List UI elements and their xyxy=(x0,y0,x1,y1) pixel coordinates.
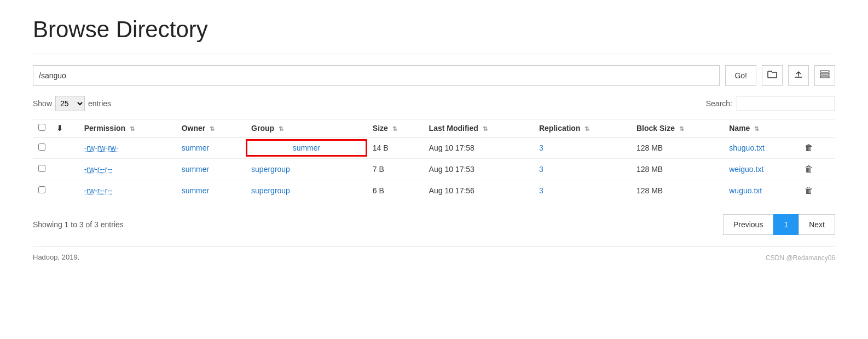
svg-rect-1 xyxy=(820,73,829,75)
row3-replication-link[interactable]: 3 xyxy=(539,186,543,195)
col-block-size[interactable]: Block Size ⇅ xyxy=(631,119,724,137)
show-label: Show xyxy=(33,99,52,108)
search-input[interactable] xyxy=(737,96,835,111)
page-1-button[interactable]: 1 xyxy=(773,214,798,235)
sort-replication-icon: ⇅ xyxy=(585,125,589,133)
row2-checkbox xyxy=(33,159,51,180)
row3-name-link[interactable]: wuguo.txt xyxy=(729,186,762,195)
row1-group: summer xyxy=(246,137,367,159)
title-divider xyxy=(33,54,835,54)
go-button[interactable]: Go! xyxy=(725,65,756,86)
row2-permission: -rw-r--r-- xyxy=(79,159,176,180)
row3-permission-link[interactable]: -rw-r--r-- xyxy=(84,186,113,195)
row3-name: wuguo.txt xyxy=(724,180,797,202)
next-button[interactable]: Next xyxy=(798,214,835,235)
entries-label: entries xyxy=(88,99,111,108)
row1-replication: 3 xyxy=(534,137,631,159)
page-title: Browse Directory xyxy=(33,16,835,43)
search-label: Search: xyxy=(706,99,732,108)
row2-replication: 3 xyxy=(534,159,631,180)
row1-delete-button[interactable]: 🗑 xyxy=(802,142,815,154)
sort-down-icon: ⬇ xyxy=(56,124,63,133)
showing-text: Showing 1 to 3 of 3 entries xyxy=(33,220,124,229)
watermark-text: CSDN @Redamancy06 xyxy=(766,254,835,262)
col-replication[interactable]: Replication ⇅ xyxy=(534,119,631,137)
row1-group-link[interactable]: summer xyxy=(293,143,321,152)
row2-name: weiguo.txt xyxy=(724,159,797,180)
list-icon xyxy=(820,70,830,81)
row1-delete: 🗑 xyxy=(797,137,835,159)
row3-size: 6 B xyxy=(367,180,424,202)
row2-delete-button[interactable]: 🗑 xyxy=(802,163,815,175)
row2-size: 7 B xyxy=(367,159,424,180)
row1-last-modified: Aug 10 17:58 xyxy=(424,137,534,159)
row3-owner: summer xyxy=(176,180,246,202)
row3-last-modified: Aug 10 17:56 xyxy=(424,180,534,202)
row1-check[interactable] xyxy=(38,143,45,151)
col-sort: ⬇ xyxy=(51,119,79,137)
row3-replication: 3 xyxy=(534,180,631,202)
table-row: -rw-r--r-- summer supergroup 6 B Aug 10 … xyxy=(33,180,835,202)
select-all-checkbox[interactable] xyxy=(38,124,45,131)
previous-button[interactable]: Previous xyxy=(723,214,773,235)
sort-group-icon: ⇅ xyxy=(279,125,283,133)
sort-name-icon: ⇅ xyxy=(754,125,759,133)
svg-rect-0 xyxy=(820,71,829,72)
row1-checkbox xyxy=(33,137,51,159)
sort-owner-icon: ⇅ xyxy=(210,125,215,133)
col-owner[interactable]: Owner ⇅ xyxy=(176,119,246,137)
row2-owner-link[interactable]: summer xyxy=(182,165,210,174)
row2-block-size: 128 MB xyxy=(631,159,724,180)
row2-name-link[interactable]: weiguo.txt xyxy=(729,165,763,174)
row1-permission-link[interactable]: -rw-rw-rw- xyxy=(84,143,119,152)
row1-owner: summer xyxy=(176,137,246,159)
footer-text: Hadoop, 2019. xyxy=(33,253,79,261)
controls-bar: Show 10 25 50 100 entries Search: xyxy=(33,96,835,111)
table-header-row: ⬇ Permission ⇅ Owner ⇅ Group ⇅ xyxy=(33,119,835,137)
row2-permission-link[interactable]: -rw-r--r-- xyxy=(84,165,113,174)
col-last-modified[interactable]: Last Modified ⇅ xyxy=(424,119,534,137)
row3-sort xyxy=(51,180,79,202)
sort-lastmod-icon: ⇅ xyxy=(483,125,488,133)
row3-permission: -rw-r--r-- xyxy=(79,180,176,202)
sort-blocksize-icon: ⇅ xyxy=(679,125,684,133)
row3-group-link[interactable]: supergroup xyxy=(251,186,290,195)
row2-replication-link[interactable]: 3 xyxy=(539,165,543,174)
col-permission[interactable]: Permission ⇅ xyxy=(79,119,176,137)
row2-owner: summer xyxy=(176,159,246,180)
folder-button[interactable] xyxy=(762,65,783,86)
row3-delete-button[interactable]: 🗑 xyxy=(802,185,815,197)
row3-checkbox xyxy=(33,180,51,202)
row1-permission: -rw-rw-rw- xyxy=(79,137,176,159)
entries-select[interactable]: 10 25 50 100 xyxy=(55,96,85,111)
row1-name: shuguo.txt xyxy=(724,137,797,159)
path-input[interactable] xyxy=(33,65,720,86)
path-bar: Go! xyxy=(33,65,835,86)
row1-replication-link[interactable]: 3 xyxy=(539,143,543,152)
footer-bar: Showing 1 to 3 of 3 entries Previous 1 N… xyxy=(33,211,835,235)
row2-group-link[interactable]: supergroup xyxy=(251,165,290,174)
list-button[interactable] xyxy=(814,65,835,86)
search-bar: Search: xyxy=(706,96,835,111)
row1-block-size: 128 MB xyxy=(631,137,724,159)
folder-icon xyxy=(767,70,777,81)
row2-check[interactable] xyxy=(38,165,45,172)
col-size[interactable]: Size ⇅ xyxy=(367,119,424,137)
table-row: -rw-rw-rw- summer summer 14 B Aug 10 17:… xyxy=(33,137,835,159)
row1-sort xyxy=(51,137,79,159)
upload-icon xyxy=(794,70,803,82)
bottom-divider xyxy=(33,246,835,246)
col-name[interactable]: Name ⇅ xyxy=(724,119,797,137)
sort-size-icon: ⇅ xyxy=(392,125,397,133)
col-group[interactable]: Group ⇅ xyxy=(246,119,367,137)
row1-name-link[interactable]: shuguo.txt xyxy=(729,143,765,152)
row3-owner-link[interactable]: summer xyxy=(182,186,210,195)
upload-button[interactable] xyxy=(788,65,809,86)
row3-check[interactable] xyxy=(38,186,45,193)
row1-owner-link[interactable]: summer xyxy=(182,143,210,152)
show-entries: Show 10 25 50 100 entries xyxy=(33,96,111,111)
sort-permission-icon: ⇅ xyxy=(130,125,135,133)
row2-last-modified: Aug 10 17:53 xyxy=(424,159,534,180)
row3-group: supergroup xyxy=(246,180,367,202)
row3-block-size: 128 MB xyxy=(631,180,724,202)
